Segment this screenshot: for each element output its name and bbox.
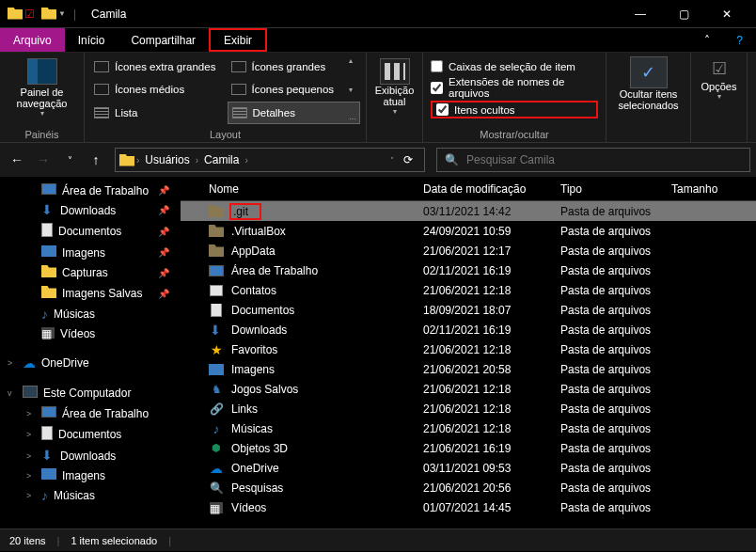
file-row[interactable]: ★Favoritos21/06/2021 12:18Pasta de arqui… <box>181 339 756 359</box>
checkbox-hidden-items[interactable]: Itens ocultos <box>431 101 598 118</box>
file-row[interactable]: ⬇Downloads02/11/2021 16:19Pasta de arqui… <box>181 320 756 339</box>
pin-icon: 📌 <box>158 268 169 278</box>
tree-item[interactable]: Capturas📌 <box>0 262 181 283</box>
column-header-size[interactable]: Tamanho <box>666 182 741 196</box>
history-dropdown[interactable]: ˅ <box>58 149 81 171</box>
file-row[interactable]: Documentos18/09/2021 18:07Pasta de arqui… <box>181 300 756 320</box>
file-row[interactable]: Imagens21/06/2021 20:58Pasta de arquivos <box>181 359 756 379</box>
layout-scroll[interactable]: ▴▾⋯ <box>349 56 362 123</box>
tree-label: Músicas <box>54 308 95 321</box>
file-row[interactable]: 🔗Links21/06/2021 12:18Pasta de arquivos <box>181 399 756 418</box>
layout-option[interactable]: Ícones pequenos <box>228 79 361 100</box>
breadcrumb-segment[interactable]: Usuários <box>141 153 193 166</box>
close-button[interactable]: ✕ <box>705 0 748 28</box>
chevron-right-icon[interactable]: › <box>244 155 247 166</box>
file-type: Pasta de arquivos <box>555 402 666 416</box>
file-row[interactable]: ☁OneDrive03/11/2021 09:53Pasta de arquiv… <box>181 458 756 478</box>
expand-icon[interactable]: > <box>26 409 31 418</box>
file-row[interactable]: Área de Trabalho02/11/2021 16:19Pasta de… <box>181 260 756 280</box>
checkbox-file-extensions[interactable]: Extensões de nomes de arquivos <box>431 74 598 101</box>
search-box[interactable]: 🔍 <box>436 148 750 172</box>
file-row[interactable]: ⬢Objetos 3D21/06/2021 16:19Pasta de arqu… <box>181 438 756 458</box>
layout-option[interactable]: Ícones extra grandes <box>90 56 224 77</box>
file-name: Links <box>231 402 258 416</box>
expand-icon[interactable]: > <box>26 471 31 481</box>
tab-exibir[interactable]: Exibir <box>209 28 267 52</box>
tree-item[interactable]: >♪Músicas <box>0 485 181 506</box>
search-input[interactable] <box>466 153 742 166</box>
layout-option[interactable]: Ícones médios <box>90 79 224 100</box>
layout-option[interactable]: Lista <box>90 102 224 124</box>
tree-icon <box>41 286 56 301</box>
qat-dropdown-icon[interactable]: ▼ <box>58 9 66 18</box>
column-header-type[interactable]: Tipo <box>555 182 666 196</box>
chevron-right-icon[interactable]: › <box>196 155 198 166</box>
tree-item[interactable]: ♪Músicas <box>0 304 181 324</box>
tree-item[interactable]: Área de Trabalho📌 <box>0 181 181 200</box>
expand-icon[interactable]: > <box>26 430 31 439</box>
file-row[interactable]: .git03/11/2021 14:42Pasta de arquivos <box>181 201 756 221</box>
minimize-button[interactable]: — <box>619 0 662 28</box>
checkbox-label: Itens ocultos <box>454 104 515 116</box>
hide-selected-button[interactable]: Ocultar itens selecionados <box>614 88 683 111</box>
navigation-pane-button[interactable]: Painel de navegação <box>8 87 76 109</box>
tree-item[interactable]: ▦Vídeos <box>0 324 181 343</box>
file-row[interactable]: .VirtualBox24/09/2021 10:59Pasta de arqu… <box>181 221 756 241</box>
tree-item[interactable]: ⬇Downloads📌 <box>0 200 181 220</box>
tree-item[interactable]: >⬇Downloads <box>0 446 181 465</box>
file-icon: ♪ <box>209 422 224 435</box>
layout-option[interactable]: Ícones grandes <box>228 56 361 77</box>
breadcrumb-segment[interactable]: Camila <box>200 153 243 166</box>
layout-option[interactable]: Detalhes <box>228 102 361 124</box>
help-button[interactable]: ? <box>723 34 756 47</box>
properties-icon[interactable]: ☑ <box>24 8 38 21</box>
chevron-right-icon[interactable]: › <box>136 155 139 166</box>
file-row[interactable]: Contatos21/06/2021 12:18Pasta de arquivo… <box>181 280 756 300</box>
back-button[interactable]: ← <box>6 149 28 171</box>
tree-item[interactable]: Imagens Salvas📌 <box>0 283 181 304</box>
checkbox-item-checkboxes[interactable]: Caixas de seleção de item <box>431 58 598 74</box>
collapse-ribbon-button[interactable]: ˄ <box>691 34 723 47</box>
tree-item[interactable]: Imagens📌 <box>0 243 181 262</box>
tree-icon <box>41 265 56 280</box>
breadcrumb-dropdown[interactable]: ˅ <box>390 156 394 165</box>
file-type: Pasta de arquivos <box>555 383 666 396</box>
ribbon-group-show-hide: Caixas de seleção de item Extensões de n… <box>423 53 606 142</box>
file-row[interactable]: AppData21/06/2021 12:17Pasta de arquivos <box>181 241 756 260</box>
breadcrumb[interactable]: › Usuários › Camila › ˅ ⟳ <box>115 148 425 172</box>
status-selected-count: 1 item selecionado <box>71 535 157 546</box>
chevron-down-icon[interactable]: ▾ <box>40 109 44 118</box>
navigation-tree[interactable]: Área de Trabalho📌⬇Downloads📌Documentos📌I… <box>0 177 181 528</box>
expand-icon[interactable]: > <box>26 451 31 461</box>
expand-icon[interactable]: v <box>8 388 12 398</box>
hide-selected-icon <box>630 56 668 88</box>
tab-inicio[interactable]: Início <box>65 28 118 52</box>
file-row[interactable]: ♪Músicas21/06/2021 12:18Pasta de arquivo… <box>181 418 756 438</box>
column-header-date[interactable]: Data de modificação <box>417 182 555 196</box>
tab-compartilhar[interactable]: Compartilhar <box>118 28 209 52</box>
tree-item[interactable]: >☁OneDrive <box>0 353 181 373</box>
expand-icon[interactable]: > <box>8 358 12 368</box>
refresh-button[interactable]: ⟳ <box>396 153 420 166</box>
file-row[interactable]: 🔍Pesquisas21/06/2021 20:56Pasta de arqui… <box>181 478 756 497</box>
tree-item[interactable]: >Área de Trabalho <box>0 403 181 423</box>
maximize-button[interactable]: ▢ <box>662 0 705 28</box>
chevron-down-icon[interactable]: ▾ <box>717 92 721 101</box>
tree-item[interactable]: Documentos📌 <box>0 220 181 243</box>
forward-button[interactable]: → <box>32 149 55 171</box>
tree-item[interactable]: >Imagens <box>0 465 181 485</box>
column-header-name[interactable]: Nome <box>203 182 417 196</box>
options-button[interactable]: Opções <box>701 81 737 92</box>
tree-item[interactable]: vEste Computador <box>0 383 181 403</box>
tab-arquivo[interactable]: Arquivo <box>0 28 65 52</box>
expand-icon[interactable]: > <box>26 491 31 500</box>
tree-label: Downloads <box>60 204 116 217</box>
up-button[interactable]: ↑ <box>85 149 107 171</box>
file-row[interactable]: ♞Jogos Salvos21/06/2021 12:18Pasta de ar… <box>181 379 756 399</box>
file-icon: 🔍 <box>209 481 224 495</box>
checkbox-label: Extensões de nomes de arquivos <box>449 76 598 99</box>
tree-item[interactable]: >Documentos <box>0 423 181 446</box>
current-view-button[interactable]: Exibição atual <box>374 85 415 107</box>
file-row[interactable]: ▦Vídeos01/07/2021 14:45Pasta de arquivos <box>181 497 756 517</box>
layout-label: Ícones médios <box>115 84 184 95</box>
